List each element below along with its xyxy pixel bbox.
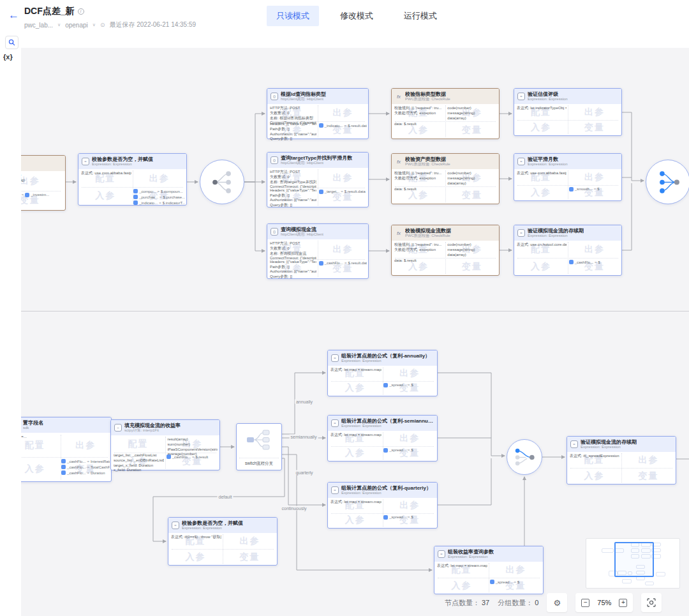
api-name[interactable]: openapi [65,22,88,29]
flow-node-check-indicator-type[interactable]: fx校验指标类型数据PWC数据校验: CheckRule配置出参入参变量校验规则… [391,88,500,139]
quadrant-watermark: 入参 [345,382,366,394]
tab-edit-mode[interactable]: 修改模式 [330,6,383,26]
info-icon[interactable]: i [78,8,84,15]
join-node[interactable] [646,160,689,204]
fit-view-icon [647,598,656,607]
node-detail-line: 失败重试: 0 [270,111,316,116]
expr-node-icon: ≈ [517,229,525,237]
flow-node-http-query-indicator-type[interactable]: {}根据id查询指标类型httpClient调用: HttpClient配置出参… [267,88,369,139]
node-field-mapping: _compo...=$.compoun... [133,189,185,193]
node-subtitle: PWC数据校验: CheckRule [405,97,450,101]
edge-label: annually [295,400,314,404]
back-arrow-icon[interactable]: ← [8,9,19,22]
expr-node-icon: ≈ [331,419,339,427]
minimap-node [656,572,665,576]
node-field-mapping: _smooth...=$ [569,187,620,192]
flow-node-http-query-targettype[interactable]: {}查询targetType并找到平滑月数httpClient调用: HttpC… [267,152,369,207]
quadrant-watermark: 配置 [25,440,45,451]
field-tag-icon [319,123,323,128]
quadrant-watermark: 变量 [462,124,482,136]
tab-readonly-mode[interactable]: 只读模式 [267,6,319,26]
node-field-mapping: _cashFlo...=$ [569,260,620,264]
expr-node-icon: ≈ [172,522,179,529]
flow-node-hidden-left-check[interactable]: fx配置出参入参变量code(number)message(string)dat… [21,155,66,211]
quadrant-watermark: 出参 [399,433,420,444]
minimap-viewport[interactable] [614,542,654,577]
node-field-mapping: _indicato...=$.result.data [319,123,367,128]
node-title: 查询targetType并找到平滑月数 [281,155,352,162]
node-field-mapping: _purchas...=$.purchase... [133,195,185,199]
node-title: 校验参数是否为空，并赋值 [182,520,243,527]
settings-button[interactable]: ⚙ [547,593,567,612]
flow-node-spread-formula-semiannually[interactable]: ≈组装计算点差的公式（复利-semiannually）Expression: E… [327,415,438,462]
quadrant-watermark: 出参 [584,172,605,183]
node-detail-line: code(number) [21,173,63,178]
node-detail-line: data(array) [447,253,497,258]
node-detail-line: 失败重试: 0 [270,246,316,252]
last-saved-text: 最近保存 2022-06-21 14:35:59 [109,20,196,29]
flow-canvas[interactable]: annuallysemiannuallyquarterlydefaultcont… [21,48,689,616]
node-field-mapping: _spread...=$ [383,515,436,520]
edge-label: quarterly [294,470,314,475]
flow-node-spread-formula-quarterly[interactable]: ≈组装计算点差的公式（复利-quarterly）Expression: Expr… [327,482,438,529]
flow-node-http-query-cashflow[interactable]: {}查询模拟现金流httpClient调用: HttpClient配置出参入参变… [267,223,369,279]
node-subtitle: sdk [23,426,43,430]
chevron-down-icon[interactable]: ∨ [93,22,96,27]
node-subtitle: Expression: Expression [341,491,431,495]
expr-node-icon: ≈ [517,158,525,165]
node-subtitle: Expression: Expression [92,162,153,167]
quadrant-watermark: 入参 [95,190,115,202]
quadrant-watermark: 出参 [333,244,353,255]
expr-node-icon: ≈ [517,93,525,100]
flow-node-verify-smooth-months[interactable]: ≈验证平滑月数Expression: Expression配置出参入参变量表达式… [514,153,622,201]
flow-node-fill-cashflow-yield[interactable]: ~填充模拟现金流的收益率scipy计算: interp1Fit配置出参入参变量r… [110,419,220,470]
quadrant-watermark: 入参 [584,470,605,482]
flow-node-check-params-assign-2[interactable]: ≈校验参数是否为空，并赋值Expression: Expression配置出参入… [168,517,278,566]
minimap[interactable] [586,538,680,589]
join-icon [647,161,689,204]
node-field-mapping: _cashFlo...=$.result [167,454,218,459]
flow-node-verify-cashflow-duration-top[interactable]: ≈验证模拟现金流的存续期Expression: Expression配置出参入参… [514,225,622,276]
expr-node-icon: ≈ [331,486,339,494]
node-detail-line: Path参数: [] [270,127,316,132]
flow-node-switch-branch[interactable]: switch流程分支 [236,423,282,470]
branch-merge-node[interactable] [507,439,542,475]
node-detail-line: HTTP方法: POST [270,170,316,175]
flow-node-check-asset-type[interactable]: fx校验资产类型数据PWC数据校验: CheckRule配置出参入参变量校验规则… [391,153,500,204]
flow-node-verify-cashflow-duration-bottom[interactable]: ≈验证模拟现金流的存续期Expression: Expression配置出参入参… [567,436,676,485]
breadcrumb: pwc_lab... ∨ openapi ∨ ⊙ 最近保存 2022-06-21… [24,20,196,29]
expr-node-icon: ≈ [438,550,445,558]
flow-node-check-params-assign[interactable]: ≈校验参数是否为空，并赋值Expression: Expression配置出参入… [78,153,187,206]
search-button[interactable] [5,36,19,49]
workspace-name[interactable]: pwc_lab... [24,22,53,29]
quadrant-watermark: 入参 [345,447,366,459]
node-subtitle: Expression: Expression [341,359,430,363]
field-tag-icon [383,515,388,520]
field-tag-icon [25,193,29,197]
flow-node-build-yield-query-params[interactable]: ≈组装收益率查询参数Expression: Expression配置出参入参变量… [434,546,544,594]
flow-node-verify-valuation-rating[interactable]: ≈验证估值评级Expression: Expression配置出参入参变量表达式… [514,88,622,136]
fork-icon [201,161,244,204]
edge [438,458,491,505]
edge-label: continuously [281,506,308,511]
check-node-icon: fx [395,158,403,165]
quadrant-watermark: 出参 [149,173,170,184]
fit-view-button[interactable] [641,593,662,612]
search-icon [8,39,15,46]
quadrant-watermark: 出参 [333,107,353,119]
chevron-down-icon[interactable]: ∨ [57,22,61,27]
variables-icon[interactable]: {x} [3,53,13,61]
fork-node[interactable] [200,160,244,204]
zoom-out-button[interactable]: − [581,599,589,607]
tab-run-mode[interactable]: 运行模式 [394,6,447,26]
header: ← DCF点差_新 i pwc_lab... ∨ openapi ∨ ⊙ 最近保… [0,0,689,35]
scipy-node-icon: ~ [114,424,122,432]
flow-node-check-sim-cashflow[interactable]: fx校验模拟现金流数据PWC数据校验: CheckRule配置出参入参变量校验规… [391,225,500,276]
field-tag-icon [61,470,66,475]
node-subtitle: httpClient调用: HttpClient [281,161,352,165]
flow-node-set-field-names[interactable]: <>置字段名sdk配置出参入参变量Rate =..._cashFlo...=In… [21,417,112,482]
node-detail-line: data: $.result [394,187,444,192]
flow-node-spread-formula-annually[interactable]: ≈组装计算点差的公式（复利-annually）Expression: Expre… [327,350,438,396]
http-node-icon: {} [270,156,278,164]
zoom-in-button[interactable]: + [619,599,627,607]
